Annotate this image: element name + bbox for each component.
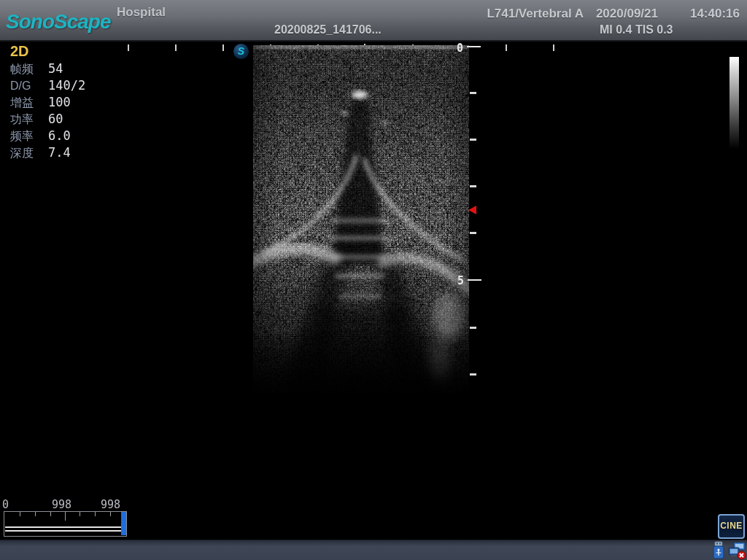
cine-tick <box>50 512 51 516</box>
param-row-dg: D/G140/2 <box>10 78 85 95</box>
depth-ruler-tick <box>470 139 476 141</box>
ultrasound-system-screen: SonoScape Hospital L741/Vertebral A 2020… <box>0 0 747 560</box>
focus-position-marker <box>468 206 476 214</box>
depth-ruler-label-0: 0 <box>457 42 463 55</box>
param-row-framerate: 帧频54 <box>10 61 63 78</box>
hospital-name: Hospital <box>117 5 166 20</box>
header-bar: SonoScape Hospital L741/Vertebral A 2020… <box>0 0 747 42</box>
param-row-depth: 深度7.4 <box>10 145 71 162</box>
width-ruler-tick <box>175 44 177 51</box>
probe-marker-letter: S <box>238 45 244 57</box>
acoustic-indices: MI 0.4 TIS 0.3 <box>600 23 673 36</box>
depth-ruler-major-tick <box>467 46 481 47</box>
cine-track-line <box>5 530 124 532</box>
cine-current-frame: 998 <box>52 498 71 511</box>
depth-ruler-label-5: 5 <box>457 274 464 287</box>
probe-preset-label: L741/Vertebral A <box>487 7 584 21</box>
grayscale-map-bar <box>729 57 739 149</box>
param-row-power: 功率60 <box>10 112 63 128</box>
param-label: 频率 <box>10 129 44 144</box>
param-label: 深度 <box>10 146 44 161</box>
exam-date: 2020/09/21 <box>596 7 658 21</box>
width-ruler-tick <box>553 44 554 51</box>
param-value: 60 <box>48 112 63 126</box>
depth-ruler-tick <box>470 232 476 234</box>
brand-logo: SonoScape <box>6 10 110 34</box>
param-value: 6.0 <box>48 128 71 143</box>
width-ruler-tick <box>128 44 129 51</box>
cine-button[interactable]: CINE <box>718 514 745 539</box>
cine-position-handle[interactable] <box>121 512 126 535</box>
depth-ruler-tick <box>470 327 476 329</box>
depth-ruler-tick <box>470 373 476 376</box>
cine-tick <box>20 512 20 516</box>
network-disconnected-icon[interactable] <box>728 542 746 560</box>
depth-ruler-tick <box>470 92 476 94</box>
image-file-id: 20200825_141706... <box>274 23 382 36</box>
width-ruler-tick <box>222 44 224 51</box>
exam-time: 14:40:16 <box>690 7 740 21</box>
param-value: 7.4 <box>48 145 71 160</box>
param-label: 帧频 <box>10 62 44 77</box>
cine-tick <box>110 512 111 516</box>
param-value: 100 <box>48 95 71 109</box>
param-row-frequency: 频率6.0 <box>10 128 71 145</box>
param-row-gain: 增益100 <box>10 95 71 112</box>
usb-storage-icon[interactable] <box>711 541 727 560</box>
taskbar <box>0 540 747 560</box>
cine-tick <box>35 512 36 516</box>
width-ruler-tick <box>506 44 507 51</box>
param-label: 功率 <box>10 112 44 128</box>
param-value: 140/2 <box>48 78 85 93</box>
cine-tick <box>80 512 80 516</box>
param-label: D/G <box>10 79 44 93</box>
probe-orientation-marker: S <box>233 44 249 59</box>
param-label: 增益 <box>10 96 44 111</box>
mode-label: 2D <box>10 43 29 60</box>
depth-ruler-tick <box>470 185 476 187</box>
cine-total-frames: 998 <box>101 498 120 511</box>
ultrasound-image[interactable] <box>253 45 469 394</box>
cine-progress-bar[interactable] <box>4 511 127 537</box>
param-value: 54 <box>48 61 63 76</box>
cine-center-tick <box>65 512 66 521</box>
cine-start-label: 0 <box>2 498 9 511</box>
cine-tick <box>95 512 96 516</box>
depth-ruler-major-tick <box>468 279 481 281</box>
cine-track-line <box>5 526 124 528</box>
